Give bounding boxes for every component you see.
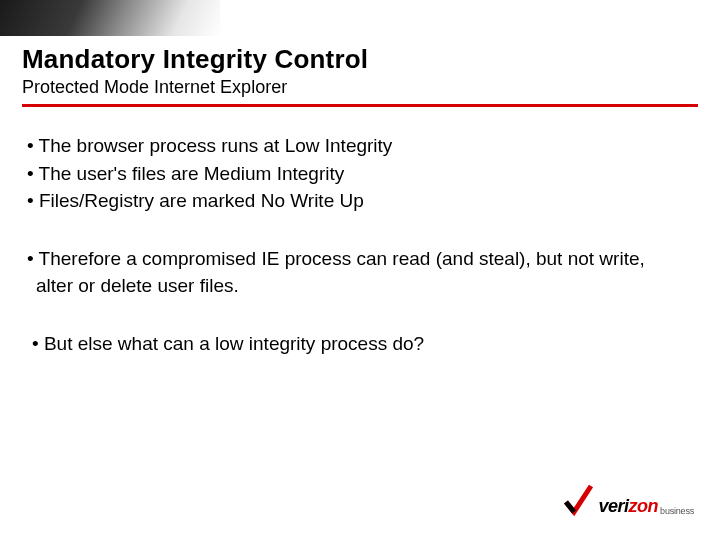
bullet-item: The user's files are Medium Integrity [22, 160, 680, 188]
logo-text-part2: zon [629, 496, 659, 517]
logo-wordmark: verizon business [599, 496, 694, 518]
title-underline [22, 104, 698, 107]
bullet-group: The browser process runs at Low Integrit… [22, 132, 680, 215]
bullet-group: Therefore a compromised IE process can r… [22, 245, 680, 300]
logo-text-part1: veri [599, 496, 629, 517]
slide-content: The browser process runs at Low Integrit… [22, 132, 680, 387]
title-block: Mandatory Integrity Control Protected Mo… [22, 44, 698, 107]
verizon-business-logo: verizon business [563, 484, 694, 518]
bullet-item: The browser process runs at Low Integrit… [22, 132, 680, 160]
logo-text-suffix: business [660, 506, 694, 518]
bullet-item: Therefore a compromised IE process can r… [22, 245, 680, 300]
bullet-item: Files/Registry are marked No Write Up [22, 187, 680, 215]
bullet-item: But else what can a low integrity proces… [22, 330, 680, 358]
bullet-group: But else what can a low integrity proces… [22, 330, 680, 358]
top-accent-gradient [0, 0, 220, 36]
slide-title: Mandatory Integrity Control [22, 44, 698, 75]
slide-subtitle: Protected Mode Internet Explorer [22, 77, 698, 98]
verizon-check-icon [563, 484, 595, 518]
